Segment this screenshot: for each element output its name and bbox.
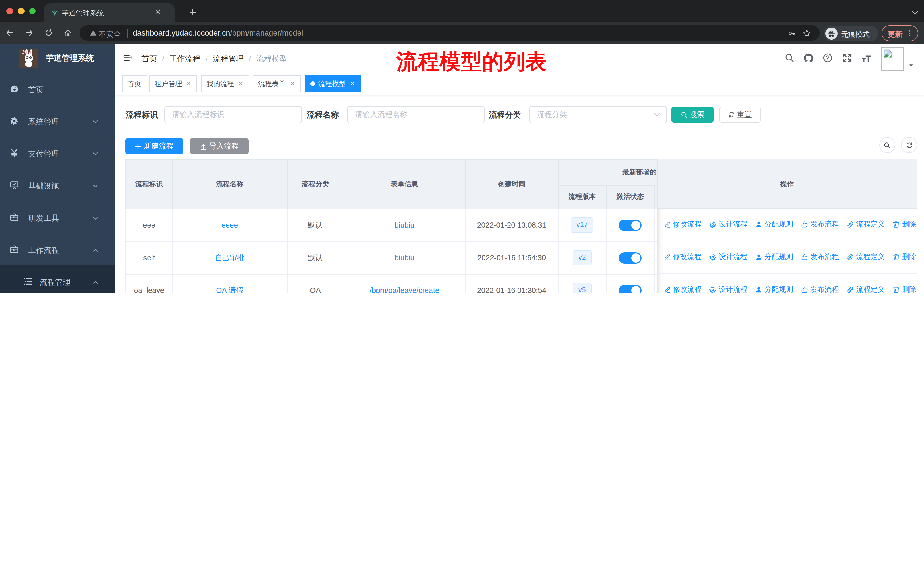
breadcrumb-process-mgmt[interactable]: 流程管理 xyxy=(213,54,244,63)
sidebar-item-process-mgmt[interactable]: 流程管理 xyxy=(0,265,115,293)
cell-name[interactable]: eeee xyxy=(172,209,287,241)
cell-name[interactable]: OA 请假 xyxy=(172,274,287,293)
show-search-toggle-button[interactable] xyxy=(879,137,895,153)
tag-my-process[interactable]: 我的流程 xyxy=(201,75,249,92)
breadcrumb-home[interactable]: 首页 xyxy=(142,54,157,63)
op-gear-link[interactable]: 设计流程 xyxy=(709,285,747,293)
op-edit-link[interactable]: 修改流程 xyxy=(663,252,701,262)
reload-icon[interactable] xyxy=(45,29,53,37)
cell-version[interactable]: v5 xyxy=(558,274,606,293)
not-secure-warning-icon[interactable] xyxy=(89,30,97,37)
form-info-link[interactable]: biubiu xyxy=(394,221,414,229)
process-name-link[interactable]: eeee xyxy=(221,221,238,229)
fullscreen-icon[interactable] xyxy=(842,53,852,63)
bookmark-star-icon[interactable] xyxy=(803,29,811,38)
op-trash-link[interactable]: 删除 xyxy=(892,285,916,293)
sidebar-item-infra[interactable]: 基础设施 xyxy=(0,169,115,201)
traffic-light-zoom[interactable] xyxy=(29,8,36,15)
address-bar[interactable]: 不安全 dashboard.yudao.iocoder.cn/bpm/manag… xyxy=(80,25,820,41)
browser-tab[interactable]: 芋道管理系统 xyxy=(44,3,175,22)
header-search-icon[interactable] xyxy=(784,53,795,63)
tag-tenant[interactable]: 租户管理 xyxy=(149,75,197,92)
password-key-icon[interactable] xyxy=(788,29,796,37)
refresh-icon xyxy=(905,141,913,149)
cell-form[interactable]: /bpm/oa/leave/create xyxy=(344,274,465,293)
font-size-icon[interactable] xyxy=(861,53,872,64)
sidebar-item-system[interactable]: 系统管理 xyxy=(0,105,115,137)
form-info-link[interactable]: /bpm/oa/leave/create xyxy=(370,286,439,293)
process-category-select[interactable]: 流程分类 xyxy=(529,106,667,123)
op-thumb-link[interactable]: 发布流程 xyxy=(800,285,839,293)
op-thumb-link[interactable]: 发布流程 xyxy=(800,220,839,229)
tab-close-icon[interactable] xyxy=(155,8,161,15)
create-process-button[interactable]: 新建流程 xyxy=(125,138,183,154)
sidebar-fold-icon[interactable] xyxy=(123,53,132,63)
select-chevron-down-icon xyxy=(653,111,660,118)
cell-form[interactable]: biubiu xyxy=(344,241,465,274)
op-paperclip-link[interactable]: 流程定义 xyxy=(846,252,885,262)
github-icon[interactable] xyxy=(803,53,814,64)
refresh-table-button[interactable] xyxy=(901,137,917,153)
op-paperclip-link[interactable]: 流程定义 xyxy=(846,220,885,229)
reset-button[interactable]: 重置 xyxy=(719,106,761,122)
tag-close-icon[interactable] xyxy=(238,81,243,86)
tab-search-chevron-icon[interactable] xyxy=(911,9,919,17)
cell-category: OA xyxy=(287,274,344,293)
op-thumb-link[interactable]: 发布流程 xyxy=(800,252,839,262)
incognito-badge[interactable]: 无痕模式 xyxy=(824,26,878,41)
process-name-link[interactable]: 自己审批 xyxy=(215,253,244,262)
op-trash-link[interactable]: 删除 xyxy=(892,252,916,262)
cell-version[interactable]: v2 xyxy=(558,241,606,274)
tag-home[interactable]: 首页 xyxy=(122,75,147,92)
cell-form[interactable]: biubiu xyxy=(344,209,465,241)
process-id-input[interactable]: 请输入流程标识 xyxy=(164,106,302,123)
sidebar-item-payment[interactable]: 支付管理 xyxy=(0,137,115,169)
import-process-button[interactable]: 导入流程 xyxy=(190,138,249,154)
active-toggle[interactable] xyxy=(619,252,642,263)
op-edit-link[interactable]: 修改流程 xyxy=(663,285,701,293)
tag-close-icon[interactable] xyxy=(350,81,355,86)
search-button[interactable]: 搜索 xyxy=(671,106,714,122)
cell-active[interactable] xyxy=(606,274,654,293)
active-toggle[interactable] xyxy=(619,219,642,231)
sidebar-item-workflow[interactable]: 工作流程 xyxy=(0,233,115,265)
forward-icon[interactable] xyxy=(25,29,33,37)
browser-menu-dots-icon[interactable] xyxy=(906,29,914,37)
home-icon[interactable] xyxy=(64,29,72,37)
back-icon[interactable] xyxy=(6,29,14,37)
process-name-input[interactable]: 请输入流程名称 xyxy=(347,106,485,123)
op-user-link[interactable]: 分配规则 xyxy=(755,285,793,293)
op-gear-link[interactable]: 设计流程 xyxy=(709,252,747,262)
process-model-table: 流程标识 流程名称 流程分类 表单信息 创建时间 最新部署的流程定义 流程版本 … xyxy=(125,159,917,293)
update-button[interactable]: 更新 xyxy=(881,25,918,41)
avatar-caret-down-icon[interactable] xyxy=(909,63,914,68)
url-text[interactable]: dashboard.yudao.iocoder.cn/bpm/manager/m… xyxy=(133,29,303,38)
traffic-light-minimize[interactable] xyxy=(18,8,24,15)
op-user-link[interactable]: 分配规则 xyxy=(755,220,793,229)
cell-active[interactable] xyxy=(606,241,654,274)
process-name-link[interactable]: OA 请假 xyxy=(216,286,243,293)
cell-name[interactable]: 自己审批 xyxy=(172,241,287,274)
op-gear-link[interactable]: 设计流程 xyxy=(709,220,747,229)
security-label[interactable]: 不安全 xyxy=(99,29,121,40)
traffic-light-close[interactable] xyxy=(6,8,13,15)
breadcrumb-workflow[interactable]: 工作流程 xyxy=(170,54,201,63)
op-trash-link[interactable]: 删除 xyxy=(892,220,916,229)
tag-close-icon[interactable] xyxy=(186,81,191,86)
form-info-link[interactable]: biubiu xyxy=(394,253,414,262)
tag-process-form[interactable]: 流程表单 xyxy=(252,75,300,92)
help-question-icon[interactable] xyxy=(823,53,833,63)
cell-version[interactable]: v17 xyxy=(558,209,606,241)
sidebar-item-home[interactable]: 首页 xyxy=(0,73,115,105)
op-user-link[interactable]: 分配规则 xyxy=(755,252,793,262)
op-paperclip-link[interactable]: 流程定义 xyxy=(846,285,885,293)
sidebar-logo-row[interactable]: 芋道管理系统 xyxy=(0,43,115,72)
tag-process-model[interactable]: 流程模型 xyxy=(304,75,361,92)
active-toggle[interactable] xyxy=(619,284,642,293)
cell-active[interactable] xyxy=(606,209,654,241)
sidebar-item-devtools[interactable]: 研发工具 xyxy=(0,201,115,233)
user-avatar-broken-image[interactable] xyxy=(881,47,904,71)
op-edit-link[interactable]: 修改流程 xyxy=(663,220,701,229)
tag-close-icon[interactable] xyxy=(290,81,295,86)
new-tab-button[interactable] xyxy=(189,8,196,16)
